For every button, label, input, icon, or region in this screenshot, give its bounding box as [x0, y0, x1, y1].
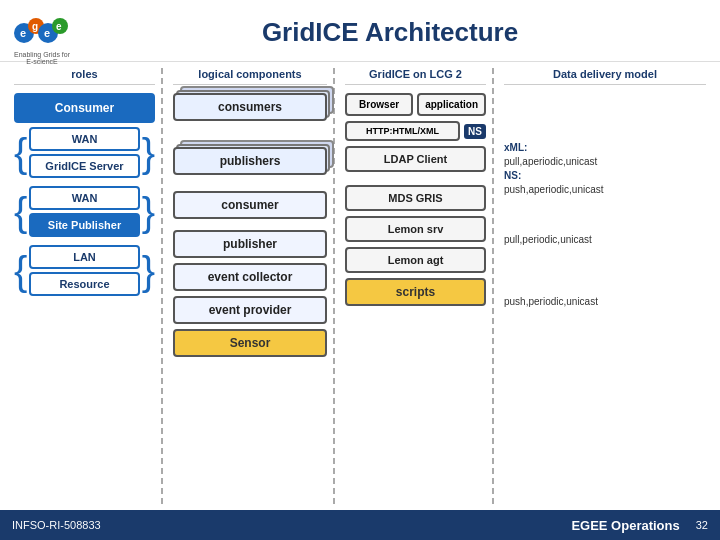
logo: e g e e Enabling Grids for E-sciencE: [12, 14, 72, 52]
wan-box: WAN: [29, 127, 139, 151]
roles-column: roles Consumer { WAN GridICE Server } { …: [8, 68, 163, 504]
gridice-column: GridICE on LCG 2 Browser application HTT…: [339, 68, 494, 504]
lemon-srv-box: Lemon srv: [345, 216, 486, 242]
sensor-box: Sensor: [173, 329, 327, 357]
brace-left3-icon: {: [14, 245, 27, 296]
logical-column: logical components consumers publishers …: [167, 68, 335, 504]
brace-content2: WAN Site Publisher: [29, 186, 139, 237]
svg-text:e: e: [44, 27, 50, 39]
pull-delivery-text: pull,periodic,unicast: [504, 233, 706, 247]
event-provider-box: event provider: [173, 296, 327, 324]
egee-ops-text: EGEE Operations: [571, 518, 679, 533]
page-title: GridICE Architecture: [72, 17, 708, 48]
roles-header: roles: [14, 68, 155, 85]
publishers-stack: publishers: [173, 147, 327, 175]
logical-header: logical components: [173, 68, 327, 85]
infso-text: INFSO-RI-508833: [12, 519, 101, 531]
scripts-box: scripts: [345, 278, 486, 306]
pull-desc: pull,periodic,unicast: [504, 234, 592, 245]
consumers-front: consumers: [173, 93, 327, 121]
http-ns-row: HTTP:HTML/XML NS: [345, 121, 486, 141]
xml-label: xML:: [504, 142, 527, 153]
xml-desc: pull,aperiodic,unicast: [504, 156, 597, 167]
data-delivery-header: Data delivery model: [504, 68, 706, 85]
gridice-header: GridICE on LCG 2: [345, 68, 486, 85]
browser-box: Browser: [345, 93, 413, 116]
lan-resource-brace-group: { LAN Resource }: [14, 245, 155, 296]
event-collector-box: event collector: [173, 263, 327, 291]
brace-left-icon: {: [14, 127, 27, 178]
lan-box: LAN: [29, 245, 139, 269]
wan2-box: WAN: [29, 186, 139, 210]
publishers-front: publishers: [173, 147, 327, 175]
brace-content: WAN GridICE Server: [29, 127, 139, 178]
resource-box: Resource: [29, 272, 139, 296]
mds-box: MDS GRIS: [345, 185, 486, 211]
main-content: roles Consumer { WAN GridICE Server } { …: [0, 62, 720, 510]
lemon-agt-box: Lemon agt: [345, 247, 486, 273]
header: e g e e Enabling Grids for E-sciencE Gri…: [0, 0, 720, 62]
footer-right: EGEE Operations 32: [571, 518, 708, 533]
svg-text:g: g: [32, 21, 38, 32]
footer: INFSO-RI-508833 EGEE Operations 32: [0, 510, 720, 540]
brace-right-icon: }: [142, 127, 155, 178]
push-delivery-text: push,periodic,unicast: [504, 295, 706, 309]
consumer-comp-box: consumer: [173, 191, 327, 219]
page-number: 32: [696, 519, 708, 531]
brace-left2-icon: {: [14, 186, 27, 237]
wan2-sitepub-brace-group: { WAN Site Publisher }: [14, 186, 155, 237]
ns-desc: push,aperiodic,unicast: [504, 184, 604, 195]
ns-badge: NS: [464, 124, 486, 139]
gridice-server-box: GridICE Server: [29, 154, 139, 178]
brace-right3-icon: }: [142, 245, 155, 296]
ldap-box: LDAP Client: [345, 146, 486, 172]
data-delivery-column: Data delivery model xML: pull,aperiodic,…: [498, 68, 712, 504]
consumer-role-box: Consumer: [14, 93, 155, 123]
ns-label: NS:: [504, 170, 521, 181]
svg-text:e: e: [56, 21, 62, 32]
site-publisher-box: Site Publisher: [29, 213, 139, 237]
brace-right2-icon: }: [142, 186, 155, 237]
xml-delivery-text: xML: pull,aperiodic,unicast NS: push,ape…: [504, 141, 706, 197]
publisher-comp-box: publisher: [173, 230, 327, 258]
http-box: HTTP:HTML/XML: [345, 121, 460, 141]
wan-gridice-brace-group: { WAN GridICE Server }: [14, 127, 155, 178]
consumers-stack: consumers: [173, 93, 327, 121]
brace-content3: LAN Resource: [29, 245, 139, 296]
svg-text:e: e: [20, 27, 26, 39]
push-desc: push,periodic,unicast: [504, 296, 598, 307]
browser-app-row: Browser application: [345, 93, 486, 116]
application-box: application: [417, 93, 486, 116]
tagline: Enabling Grids for E-sciencE: [12, 51, 72, 65]
